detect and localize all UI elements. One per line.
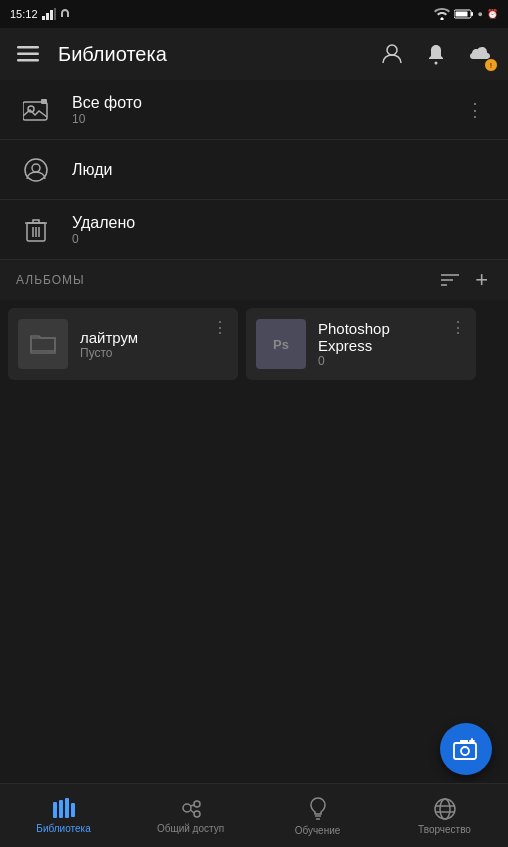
sort-icon [441, 272, 459, 288]
add-photo-fab[interactable] [440, 723, 492, 775]
svg-rect-29 [53, 802, 57, 818]
sharing-icon [179, 798, 203, 820]
people-text: Люди [72, 161, 492, 179]
page-title: Библиотека [58, 43, 362, 66]
menu-button[interactable] [10, 36, 46, 72]
bell-icon [426, 43, 446, 65]
all-photos-more-icon[interactable]: ⋮ [458, 91, 492, 129]
svg-rect-2 [50, 10, 53, 20]
nav-sharing[interactable]: Общий доступ [127, 784, 254, 847]
svg-rect-5 [471, 12, 473, 16]
album-lightroom-thumbnail [18, 319, 68, 369]
creativity-nav-icon [433, 797, 457, 821]
svg-point-26 [461, 747, 469, 755]
album-photoshop-more[interactable]: ⋮ [450, 316, 466, 337]
deleted-icon-container [16, 210, 56, 250]
hamburger-icon [17, 46, 39, 62]
svg-point-34 [194, 801, 200, 807]
svg-line-37 [190, 810, 194, 813]
album-photoshop-name: Photoshop Express [318, 320, 438, 354]
svg-point-41 [440, 799, 450, 819]
sharing-nav-icon [179, 798, 203, 820]
nav-creativity[interactable]: Творчество [381, 784, 508, 847]
albums-actions: + [437, 263, 492, 297]
photos-icon [23, 99, 49, 121]
status-right: ● ⏰ [434, 8, 498, 20]
notification-icon: ● [478, 9, 483, 19]
library-nav-icon [52, 798, 76, 820]
learning-nav-icon [307, 796, 329, 822]
svg-point-40 [435, 799, 455, 819]
globe-icon [433, 797, 457, 821]
svg-rect-14 [41, 99, 47, 104]
svg-rect-32 [71, 803, 75, 817]
people-item[interactable]: Люди [0, 140, 508, 200]
content-area: Все фото 10 ⋮ Люди [0, 80, 508, 783]
album-lightroom[interactable]: лайтрум Пусто ⋮ [8, 308, 238, 380]
svg-rect-30 [59, 800, 63, 818]
all-photos-title: Все фото [72, 94, 458, 112]
wifi-icon [434, 8, 450, 20]
deleted-item[interactable]: Удалено 0 [0, 200, 508, 260]
svg-point-35 [194, 811, 200, 817]
svg-rect-9 [17, 59, 39, 62]
album-lightroom-count: Пусто [80, 346, 200, 360]
svg-rect-0 [42, 16, 45, 20]
people-icon-container [16, 150, 56, 190]
trash-icon [25, 217, 47, 243]
svg-point-11 [435, 62, 438, 65]
library-nav-label: Библиотека [36, 823, 90, 834]
album-lightroom-more[interactable]: ⋮ [212, 316, 228, 337]
svg-rect-8 [17, 53, 39, 56]
folder-icon [29, 332, 57, 356]
album-photoshop-info: Photoshop Express 0 [318, 320, 438, 368]
sort-albums-button[interactable] [437, 268, 463, 292]
all-photos-count: 10 [72, 112, 458, 126]
deleted-title: Удалено [72, 214, 492, 232]
face-icon [23, 157, 49, 183]
people-title: Люди [72, 161, 492, 179]
status-time: 15:12 [10, 8, 38, 20]
account-cloud-button[interactable]: ! [462, 36, 498, 72]
add-album-button[interactable]: + [471, 263, 492, 297]
svg-rect-6 [455, 12, 467, 17]
person-icon [381, 43, 403, 65]
sharing-nav-label: Общий доступ [157, 823, 224, 834]
app-bar: Библиотека ! [0, 28, 508, 80]
deleted-count: 0 [72, 232, 492, 246]
headphone-icon [60, 8, 70, 20]
album-photoshop[interactable]: Ps Photoshop Express 0 ⋮ [246, 308, 476, 380]
photoshop-thumb-label: Ps [273, 337, 289, 352]
svg-rect-12 [23, 102, 47, 120]
bottom-nav: Библиотека Общий доступ Обучение [0, 783, 508, 847]
lightbulb-icon [307, 796, 329, 822]
album-lightroom-info: лайтрум Пусто [80, 329, 200, 360]
camera-add-icon [453, 736, 479, 762]
notifications-button[interactable] [418, 36, 454, 72]
svg-line-36 [190, 805, 194, 806]
status-left: 15:12 [10, 8, 70, 20]
signal-icon [42, 8, 56, 20]
svg-rect-1 [46, 13, 49, 20]
svg-point-15 [25, 159, 47, 181]
nav-library[interactable]: Библиотека [0, 784, 127, 847]
album-photoshop-count: 0 [318, 354, 438, 368]
library-icon [52, 798, 76, 820]
albums-section-header: АЛЬБОМЫ + [0, 260, 508, 300]
cloud-badge: ! [484, 58, 498, 72]
profile-button[interactable] [374, 36, 410, 72]
nav-learning[interactable]: Обучение [254, 784, 381, 847]
svg-rect-7 [17, 46, 39, 49]
all-photos-icon [16, 90, 56, 130]
learning-nav-label: Обучение [295, 825, 341, 836]
svg-rect-3 [54, 8, 56, 20]
album-lightroom-name: лайтрум [80, 329, 200, 346]
app-bar-actions: ! [374, 36, 498, 72]
svg-point-16 [32, 164, 40, 172]
svg-point-10 [387, 45, 397, 55]
albums-grid: лайтрум Пусто ⋮ Ps Photoshop Express 0 ⋮ [0, 300, 508, 388]
all-photos-item[interactable]: Все фото 10 ⋮ [0, 80, 508, 140]
status-bar: 15:12 ● ⏰ [0, 0, 508, 28]
svg-rect-25 [454, 743, 476, 759]
svg-point-33 [183, 804, 191, 812]
